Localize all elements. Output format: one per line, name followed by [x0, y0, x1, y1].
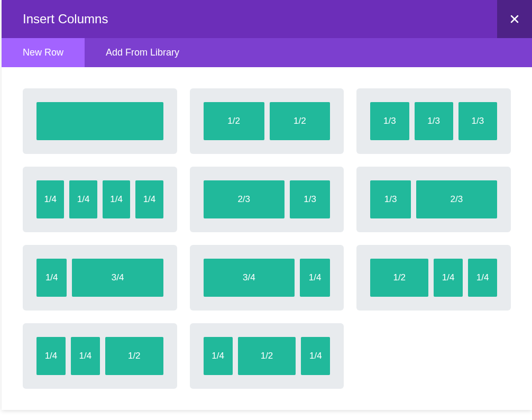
col-third: 1/3: [415, 102, 453, 140]
layout-option-half-half[interactable]: 1/2 1/2: [190, 88, 344, 154]
col-quarter: 1/4: [301, 337, 330, 375]
col-two-thirds: 2/3: [204, 180, 285, 218]
col-quarter: 1/4: [103, 180, 130, 218]
col-quarter: 1/4: [135, 180, 163, 218]
col-half: 1/2: [370, 259, 428, 297]
col-third: 1/3: [370, 102, 409, 140]
layout-option-thirds[interactable]: 1/3 1/3 1/3: [356, 88, 511, 154]
col-half: 1/2: [238, 337, 296, 375]
layout-option-half-quarter-quarter[interactable]: 1/2 1/4 1/4: [356, 245, 511, 311]
layout-option-quarter-quarter-half[interactable]: 1/4 1/4 1/2: [23, 323, 177, 389]
layout-option-full[interactable]: [23, 88, 177, 154]
col-two-thirds: 2/3: [416, 180, 497, 218]
col-third: 1/3: [370, 180, 411, 218]
modal-header: Insert Columns: [2, 0, 532, 38]
layout-option-threequarter-quarter[interactable]: 3/4 1/4: [190, 245, 344, 311]
col-quarter: 1/4: [300, 259, 330, 297]
col-quarter: 1/4: [36, 259, 67, 297]
layout-option-quarters[interactable]: 1/4 1/4 1/4 1/4: [23, 167, 177, 232]
col-quarter: 1/4: [71, 337, 100, 375]
col-half: 1/2: [270, 102, 331, 140]
col-quarter: 1/4: [36, 180, 64, 218]
col-three-quarters: 3/4: [204, 259, 295, 297]
layouts-grid: 1/2 1/2 1/3 1/3 1/3 1/4 1/4 1/4 1/4 2/3 …: [2, 67, 532, 410]
col-half: 1/2: [204, 102, 264, 140]
layout-option-quarter-threequarter[interactable]: 1/4 3/4: [23, 245, 177, 311]
layout-option-third-twothird[interactable]: 1/3 2/3: [356, 167, 511, 232]
tabs-bar: New Row Add From Library: [2, 38, 532, 67]
col-full: [36, 102, 163, 140]
col-third: 1/3: [290, 180, 331, 218]
col-third: 1/3: [458, 102, 497, 140]
layout-option-twothird-third[interactable]: 2/3 1/3: [190, 167, 344, 232]
insert-columns-modal: Insert Columns New Row Add From Library …: [2, 0, 532, 410]
col-quarter: 1/4: [434, 259, 463, 297]
col-half: 1/2: [105, 337, 163, 375]
modal-title: Insert Columns: [23, 12, 108, 26]
col-quarter: 1/4: [36, 337, 66, 375]
close-icon: [510, 15, 519, 23]
tab-new-row[interactable]: New Row: [2, 38, 85, 67]
col-quarter: 1/4: [204, 337, 233, 375]
layout-option-quarter-half-quarter[interactable]: 1/4 1/2 1/4: [190, 323, 344, 389]
col-quarter: 1/4: [69, 180, 97, 218]
col-three-quarters: 3/4: [72, 259, 163, 297]
close-button[interactable]: [497, 0, 532, 38]
col-quarter: 1/4: [468, 259, 497, 297]
tab-add-from-library[interactable]: Add From Library: [85, 38, 200, 67]
